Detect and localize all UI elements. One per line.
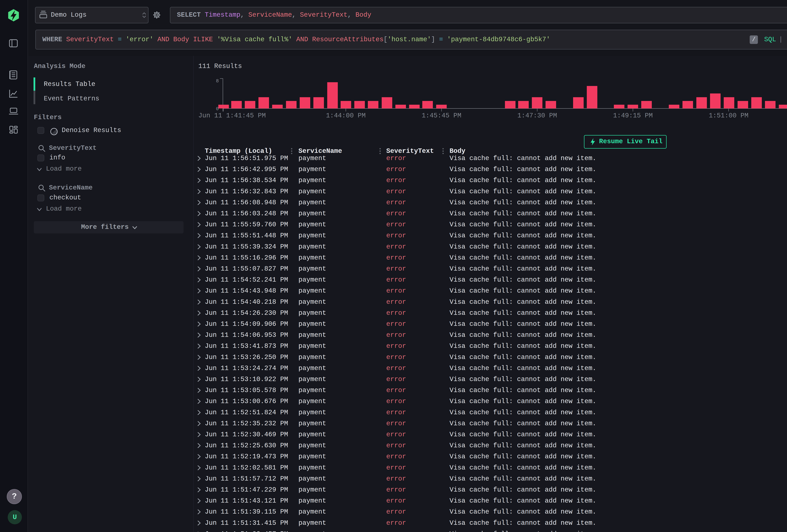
svg-text:1:45:45 PM: 1:45:45 PM — [422, 112, 461, 120]
svg-text:1:49:15 PM: 1:49:15 PM — [613, 112, 653, 120]
svg-text:1:51:00 PM: 1:51:00 PM — [709, 112, 748, 120]
svg-text:1:44:00 PM: 1:44:00 PM — [326, 112, 366, 120]
svg-text:1:47:30 PM: 1:47:30 PM — [517, 112, 557, 120]
svg-text:Jun 11 1:41:45 PM: Jun 11 1:41:45 PM — [198, 112, 266, 120]
svg-text:8: 8 — [216, 78, 219, 84]
